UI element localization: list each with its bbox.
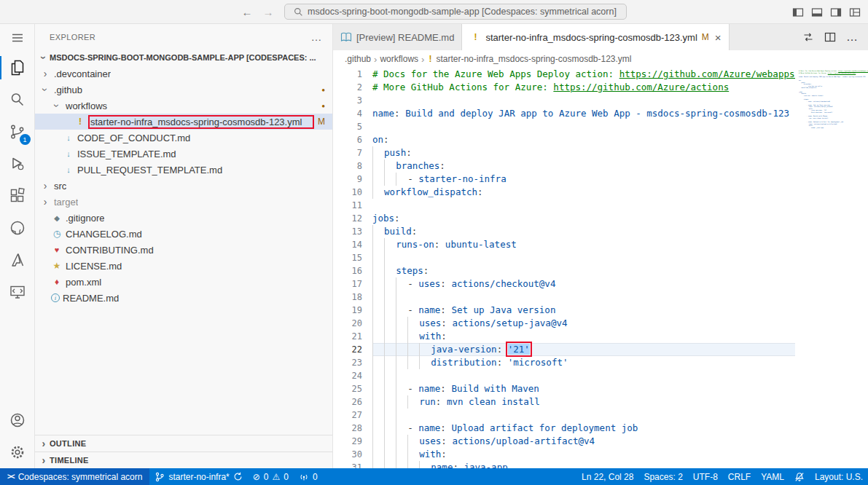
- tree-item-changelog-md[interactable]: ◷CHANGELOG.md: [35, 226, 332, 242]
- command-center-search[interactable]: msdocs-spring-boot-mongodb-sample-app [C…: [284, 4, 627, 20]
- line-number: 22: [333, 343, 362, 356]
- customize-layout-icon[interactable]: [849, 7, 861, 18]
- info-file-icon: i: [51, 293, 60, 302]
- code-line-8: 8 branches:: [333, 159, 868, 173]
- tab-bar: [Preview] README.md!starter-no-infra_msd…: [333, 24, 730, 50]
- tree-item-contributing-md[interactable]: ♥CONTRIBUTING.md: [35, 242, 332, 258]
- code-line-25: 25 - name: Build with Maven: [333, 382, 868, 395]
- toggle-secondary-sidebar-icon[interactable]: [830, 7, 842, 18]
- nav-forward-button[interactable]: →: [263, 6, 274, 18]
- status-indentation[interactable]: Spaces: 2: [638, 468, 687, 485]
- tab-label: starter-no-infra_msdocs-spring-cosmosdb-…: [485, 32, 697, 43]
- activity-remote-explorer[interactable]: [0, 276, 35, 308]
- tree-item-pom-xml[interactable]: ♦pom.xml: [35, 274, 332, 290]
- tree-item-workflows[interactable]: ›workflows●: [35, 98, 332, 114]
- tree-item-label: target: [54, 197, 78, 208]
- breadcrumb-item[interactable]: starter-no-infra_msdocs-spring-cosmosdb-…: [436, 54, 631, 64]
- contributing-file-icon: ♥: [51, 245, 63, 254]
- text-cursor: [531, 344, 532, 355]
- line-number: 24: [333, 369, 362, 382]
- changelog-file-icon: ◷: [51, 229, 63, 239]
- tree-item-label: LICENSE.md: [66, 261, 122, 272]
- code-line-12: 12jobs:: [333, 212, 868, 225]
- outline-section[interactable]: › OUTLINE: [35, 435, 332, 452]
- status-language[interactable]: YAML: [756, 468, 789, 485]
- editor[interactable]: 1# Docs for the Azure Web Apps Deploy ac…: [333, 68, 868, 468]
- status-notifications[interactable]: [789, 468, 810, 485]
- status-remote[interactable]: >< Codespaces: symmetrical acorn: [0, 468, 149, 485]
- line-number: 11: [333, 199, 362, 212]
- tree-item-issue-template-md[interactable]: ↓ISSUE_TEMPLATE.md: [35, 146, 332, 162]
- command-center-text: msdocs-spring-boot-mongodb-sample-app [C…: [308, 7, 617, 17]
- minimap[interactable]: # Docs for the Azure Web Apps Deploy act…: [795, 68, 868, 468]
- explorer-title: EXPLORER: [50, 33, 95, 42]
- activity-source-control[interactable]: 1: [0, 116, 35, 148]
- explorer-more-actions-icon[interactable]: …: [311, 31, 322, 43]
- tab-yaml-file[interactable]: !starter-no-infra_msdocs-spring-cosmosdb…: [462, 24, 729, 50]
- code-line-3: 3: [333, 94, 868, 107]
- status-problems[interactable]: ⊘ 0 ⚠ 0: [248, 468, 294, 485]
- breadcrumb-item[interactable]: workflows: [380, 54, 418, 64]
- more-actions-icon[interactable]: …: [846, 31, 858, 44]
- tree-item--devcontainer[interactable]: ›.devcontainer: [35, 66, 332, 82]
- activity-extensions[interactable]: [0, 180, 35, 212]
- tree-item-code-of-conduct-md[interactable]: ↓CODE_OF_CONDUCT.md: [35, 130, 332, 146]
- toggle-primary-sidebar-icon[interactable]: [792, 7, 804, 18]
- settings-gear-icon[interactable]: [0, 436, 35, 468]
- editor-actions: …: [802, 24, 868, 50]
- activity-github[interactable]: [0, 212, 35, 244]
- code-line-22: 22 java-version: '21': [333, 343, 868, 356]
- code-line-14: 14 runs-on: ubuntu-latest: [333, 238, 868, 251]
- markdown-file-icon: ↓: [63, 149, 74, 158]
- tree-item-license-md[interactable]: ★LICENSE.md: [35, 258, 332, 274]
- status-ports[interactable]: 0: [294, 468, 323, 485]
- line-number: 9: [333, 173, 362, 186]
- breadcrumb-item[interactable]: .github: [345, 54, 371, 64]
- close-icon[interactable]: ×: [715, 31, 722, 44]
- status-bar: >< Codespaces: symmetrical acorn starter…: [0, 468, 868, 485]
- chevron-right-icon: ›: [38, 438, 50, 449]
- chevron-right-icon: ›: [39, 196, 51, 208]
- status-branch-label: starter-no-infra*: [168, 472, 229, 482]
- line-number: 10: [333, 186, 362, 199]
- status-encoding[interactable]: UTF-8: [688, 468, 723, 485]
- toggle-panel-icon[interactable]: [811, 7, 823, 18]
- code-line-6: 6on:: [333, 133, 868, 146]
- activity-explorer[interactable]: [0, 52, 35, 84]
- tab-readme-preview[interactable]: [Preview] README.md: [333, 24, 462, 50]
- line-number: 2: [333, 81, 362, 94]
- tree-item-starter-no-infra-msdocs-spring-cosmosdb-123-yml[interactable]: !starter-no-infra_msdocs-spring-cosmosdb…: [35, 114, 332, 130]
- sidebar-sections: › OUTLINE › TIMELINE: [35, 435, 332, 468]
- activity-search[interactable]: [0, 84, 35, 116]
- tree-item-src[interactable]: ›src: [35, 178, 332, 194]
- vscode-window: ← → msdocs-spring-boot-mongodb-sample-ap…: [0, 0, 868, 485]
- tree-item-readme-md[interactable]: iREADME.md: [35, 290, 332, 306]
- status-cursor-position[interactable]: Ln 22, Col 28: [576, 468, 638, 485]
- workspace-root-label: MSDOCS-SPRING-BOOT-MONGODB-SAMPLE-APP [C…: [50, 53, 316, 62]
- chevron-right-icon: ›: [39, 68, 51, 79]
- annotation-highlight: '21': [508, 344, 530, 355]
- activity-run-debug[interactable]: [0, 148, 35, 180]
- code-line-31: 31 name: java-app: [333, 461, 868, 468]
- menu-button[interactable]: [0, 24, 35, 52]
- line-number: 14: [333, 238, 362, 251]
- explorer-header: EXPLORER …: [35, 24, 332, 50]
- line-number: 3: [333, 94, 362, 107]
- timeline-section[interactable]: › TIMELINE: [35, 452, 332, 468]
- tree-item--github[interactable]: ›.github●: [35, 82, 332, 98]
- split-editor-icon[interactable]: [824, 31, 836, 43]
- account-button[interactable]: [0, 404, 35, 436]
- status-branch[interactable]: starter-no-infra*: [149, 468, 247, 485]
- activity-azure[interactable]: [0, 244, 35, 276]
- open-changes-icon[interactable]: [802, 31, 814, 43]
- nav-back-button[interactable]: ←: [242, 6, 253, 18]
- markdown-file-icon: ↓: [63, 165, 74, 174]
- code-line-17: 17 - uses: actions/checkout@v4: [333, 277, 868, 291]
- workspace-root-folder[interactable]: › MSDOCS-SPRING-BOOT-MONGODB-SAMPLE-APP …: [35, 50, 332, 66]
- status-eol[interactable]: CRLF: [723, 468, 756, 485]
- tree-item--gitignore[interactable]: ◆.gitignore: [35, 210, 332, 226]
- status-keyboard-layout[interactable]: Layout: U.S.: [810, 468, 868, 485]
- line-number: 13: [333, 225, 362, 238]
- tree-item-target[interactable]: ›target: [35, 194, 332, 210]
- tree-item-pull-request-template-md[interactable]: ↓PULL_REQUEST_TEMPLATE.md: [35, 162, 332, 178]
